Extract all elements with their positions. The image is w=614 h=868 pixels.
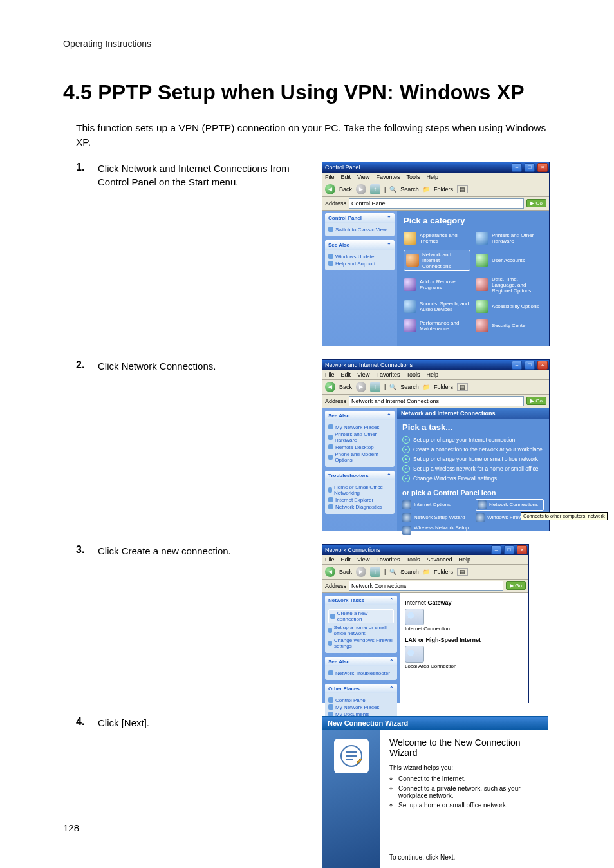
back-icon[interactable]: ◄ bbox=[325, 567, 335, 577]
category-sounds[interactable]: Sounds, Speech, and Audio Devices bbox=[404, 299, 470, 314]
address-input[interactable] bbox=[349, 581, 503, 591]
views-icon[interactable]: ▤ bbox=[457, 383, 468, 391]
collapse-icon[interactable]: ⌃ bbox=[389, 686, 394, 692]
menu-favorites[interactable]: Favorites bbox=[376, 556, 400, 563]
sidebar-item[interactable]: Phone and Modem Options bbox=[328, 451, 391, 463]
sidebar-item-windows-update[interactable]: Windows Update bbox=[328, 254, 391, 259]
folders-label[interactable]: Folders bbox=[434, 384, 453, 390]
views-icon[interactable]: ▤ bbox=[457, 185, 468, 193]
menu-favorites[interactable]: Favorites bbox=[376, 372, 400, 378]
sidebar-item[interactable]: Network Diagnostics bbox=[328, 504, 391, 510]
category-accessibility[interactable]: Accessibility Options bbox=[476, 299, 543, 314]
search-icon[interactable]: 🔍 bbox=[389, 384, 396, 390]
category-add-remove[interactable]: Add or Remove Programs bbox=[404, 275, 470, 295]
sidebar-item-create-connection[interactable]: Create a new connection bbox=[328, 609, 394, 623]
category-printers[interactable]: Printers and Other Hardware bbox=[476, 231, 543, 246]
menu-bar[interactable]: File Edit View Favorites Tools Advanced … bbox=[322, 555, 528, 565]
menu-favorites[interactable]: Favorites bbox=[376, 174, 400, 180]
go-button[interactable]: ▶ Go bbox=[526, 199, 546, 207]
sidebar-item[interactable]: Remote Desktop bbox=[328, 444, 391, 450]
task-link[interactable]: ▸Change Windows Firewall settings bbox=[402, 475, 544, 482]
menu-bar[interactable]: File Edit View Favorites Tools Help bbox=[322, 173, 549, 182]
collapse-icon[interactable]: ⌃ bbox=[387, 215, 391, 221]
sidebar-item[interactable]: Home or Small Office Networking bbox=[328, 484, 391, 496]
address-input[interactable] bbox=[349, 198, 524, 209]
search-label[interactable]: Search bbox=[400, 186, 419, 193]
menu-tools[interactable]: Tools bbox=[406, 174, 420, 180]
cp-icon-internet-options[interactable]: Internet Options bbox=[402, 499, 470, 511]
sidebar-item[interactable]: My Network Places bbox=[328, 704, 394, 710]
sidebar-item[interactable]: Network Troubleshooter bbox=[328, 670, 394, 676]
menu-bar[interactable]: File Edit View Favorites Tools Help bbox=[322, 370, 549, 380]
forward-icon[interactable]: ► bbox=[356, 382, 366, 392]
collapse-icon[interactable]: ⌃ bbox=[387, 413, 391, 419]
sidebar-item[interactable]: My Network Places bbox=[328, 424, 391, 430]
up-icon[interactable]: ↑ bbox=[370, 567, 380, 577]
folders-icon[interactable]: 📁 bbox=[423, 186, 430, 193]
folders-icon[interactable]: 📁 bbox=[423, 384, 430, 390]
menu-view[interactable]: View bbox=[357, 174, 369, 180]
maximize-button[interactable]: □ bbox=[525, 361, 535, 370]
cp-icon-setup-wizard[interactable]: Network Setup Wizard bbox=[402, 513, 470, 522]
collapse-icon[interactable]: ⌃ bbox=[389, 659, 394, 665]
task-link[interactable]: ▸Set up a wireless network for a home or… bbox=[402, 465, 544, 473]
sidebar-item[interactable]: Change Windows Firewall settings bbox=[328, 637, 394, 649]
task-link[interactable]: ▸Create a connection to the network at y… bbox=[402, 446, 544, 453]
category-performance[interactable]: Performance and Maintenance bbox=[404, 318, 470, 334]
go-button[interactable]: ▶ Go bbox=[506, 581, 526, 590]
category-security[interactable]: Security Center bbox=[476, 318, 543, 334]
maximize-button[interactable]: □ bbox=[525, 163, 535, 172]
menu-help[interactable]: Help bbox=[426, 372, 438, 378]
menu-file[interactable]: File bbox=[325, 556, 335, 563]
menu-view[interactable]: View bbox=[357, 372, 369, 378]
menu-help[interactable]: Help bbox=[426, 174, 438, 180]
up-icon[interactable]: ↑ bbox=[370, 382, 380, 392]
sidebar-item[interactable]: Internet Explorer bbox=[328, 497, 391, 503]
folders-label[interactable]: Folders bbox=[434, 186, 453, 193]
close-button[interactable]: × bbox=[517, 545, 527, 554]
search-icon[interactable]: 🔍 bbox=[389, 186, 396, 193]
search-label[interactable]: Search bbox=[400, 384, 419, 390]
minimize-button[interactable]: – bbox=[512, 361, 522, 370]
folders-icon[interactable]: 📁 bbox=[423, 569, 430, 575]
close-button[interactable]: × bbox=[537, 163, 548, 172]
category-network[interactable]: Network and Internet Connections bbox=[404, 250, 470, 271]
task-link[interactable]: ▸Set up or change your Internet connecti… bbox=[402, 436, 544, 444]
menu-tools[interactable]: Tools bbox=[406, 556, 420, 563]
menu-advanced[interactable]: Advanced bbox=[426, 556, 452, 563]
search-label[interactable]: Search bbox=[400, 569, 419, 575]
connection-item[interactable]: Internet Connection bbox=[405, 609, 523, 632]
category-appearance[interactable]: Appearance and Themes bbox=[404, 231, 470, 246]
collapse-icon[interactable]: ⌃ bbox=[387, 242, 391, 248]
category-date-time[interactable]: Date, Time, Language, and Regional Optio… bbox=[476, 275, 543, 295]
maximize-button[interactable]: □ bbox=[504, 545, 514, 554]
close-button[interactable]: × bbox=[537, 361, 548, 370]
menu-file[interactable]: File bbox=[325, 372, 335, 378]
menu-file[interactable]: File bbox=[325, 174, 335, 180]
menu-help[interactable]: Help bbox=[458, 556, 470, 563]
menu-edit[interactable]: Edit bbox=[341, 372, 351, 378]
menu-edit[interactable]: Edit bbox=[341, 174, 351, 180]
back-label[interactable]: Back bbox=[339, 569, 352, 575]
back-icon[interactable]: ◄ bbox=[325, 382, 335, 392]
cp-icon-wireless[interactable]: Wireless Network Setup Wizard bbox=[402, 525, 470, 536]
menu-edit[interactable]: Edit bbox=[341, 556, 351, 563]
connection-item[interactable]: Local Area Connection bbox=[405, 646, 523, 669]
cp-icon-network-connections[interactable]: Network Connections bbox=[476, 499, 544, 511]
cp-icon-firewall[interactable]: Windows Firewall Connects to other compu… bbox=[476, 513, 544, 522]
go-button[interactable]: ▶ Go bbox=[526, 397, 546, 405]
search-icon[interactable]: 🔍 bbox=[389, 569, 396, 575]
sidebar-item-help[interactable]: Help and Support bbox=[328, 261, 391, 267]
menu-view[interactable]: View bbox=[357, 556, 369, 563]
back-icon[interactable]: ◄ bbox=[325, 184, 335, 194]
collapse-icon[interactable]: ⌃ bbox=[387, 473, 391, 478]
back-label[interactable]: Back bbox=[339, 384, 352, 390]
menu-tools[interactable]: Tools bbox=[406, 372, 420, 378]
back-label[interactable]: Back bbox=[339, 186, 352, 193]
forward-icon[interactable]: ► bbox=[356, 567, 366, 577]
sidebar-item[interactable]: Control Panel bbox=[328, 697, 394, 703]
address-input[interactable] bbox=[349, 396, 524, 406]
sidebar-item-classic-view[interactable]: Switch to Classic View bbox=[328, 227, 391, 232]
views-icon[interactable]: ▤ bbox=[457, 568, 468, 576]
collapse-icon[interactable]: ⌃ bbox=[389, 598, 394, 603]
